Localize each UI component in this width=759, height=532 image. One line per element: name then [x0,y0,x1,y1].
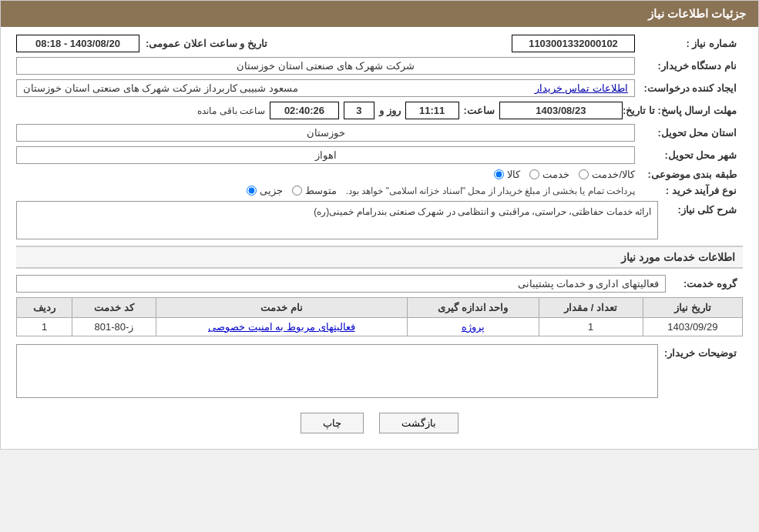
subject-kala-radio[interactable] [494,169,504,179]
service-group-row: گروه خدمت: فعالیتهای اداری و خدمات پشتیب… [16,275,743,293]
buyer-name-label: نام دستگاه خریدار: [635,60,743,72]
purchase-jozyi-radio[interactable] [247,186,257,196]
response-time-label: ساعت: [464,105,495,116]
purchase-type-note: پرداخت تمام یا بخشی از مبلغ خریدار از مح… [346,186,635,196]
buyer-notes-container [16,344,658,400]
creator-value: مسعود شبیبی کاربرداز شرکت شهرک های صنعتی… [23,82,298,94]
creator-contact-link[interactable]: اطلاعات تماس خریدار [535,82,628,94]
response-deadline-row: مهلت ارسال پاسخ: تا تاریخ: 1403/08/23 سا… [16,102,743,119]
cell-unit: پروژه [408,318,539,336]
response-deadline-container: 1403/08/23 ساعت: 11:11 روز و 3 02:40:26 … [197,102,623,119]
announce-date-label: تاریخ و ساعت اعلان عمومی: [139,38,274,49]
creator-container: اطلاعات تماس خریدار مسعود شبیبی کاربرداز… [16,79,635,97]
col-unit: واحد اندازه گیری [408,298,539,318]
need-desc-label: شرح کلی نیاز: [658,201,743,216]
purchase-motavasset-radio[interactable] [292,186,302,196]
page-header: جزئیات اطلاعات نیاز [1,1,758,27]
city-value: اهواز [16,146,635,164]
col-service-code: کد خدمت [72,298,156,318]
purchase-type-label: نوع فرآیند خرید : [635,185,743,196]
remaining-time-value: 02:40:26 [270,102,339,119]
need-number-row: شماره نیاز : 1103001332000102 تاریخ و سا… [16,35,743,52]
table-row: 1403/09/29 1 پروژه فعالیتهای مربوط به ام… [17,318,743,336]
city-row: شهر محل تحویل: اهواز [16,146,743,164]
purchase-type-row: نوع فرآیند خرید : پرداخت تمام یا بخشی از… [16,185,743,196]
remaining-time-label: ساعت باقی مانده [197,105,265,116]
cell-row-num: 1 [17,318,72,336]
purchase-jozyi-label: جزیی [260,185,283,196]
subject-kala-khedmat-radio[interactable] [579,169,589,179]
creator-label: ایجاد کننده درخواست: [635,82,743,94]
response-time-value: 11:11 [405,102,459,119]
response-date-value: 1403/08/23 [499,102,623,119]
creator-row: ایجاد کننده درخواست: اطلاعات تماس خریدار… [16,79,743,97]
subject-label: طبقه بندی موضوعی: [635,169,743,180]
service-group-value: فعالیتهای اداری و خدمات پشتیبانی [16,275,666,293]
service-group-label: گروه خدمت: [666,278,743,289]
response-days-value: 3 [344,102,374,119]
col-date: تاریخ نیاز [643,298,742,318]
announce-date-value: 1403/08/20 - 08:18 [16,35,139,52]
cell-date: 1403/09/29 [643,318,742,336]
response-day-label: روز و [379,105,401,116]
subject-kala-option[interactable]: کالا [494,169,520,180]
buyer-name-row: نام دستگاه خریدار: شرکت شهرک های صنعتی ا… [16,57,743,75]
province-label: استان محل تحویل: [635,127,743,139]
purchase-type-radio-group: پرداخت تمام یا بخشی از مبلغ خریدار از مح… [247,185,635,196]
cell-unit-link[interactable]: پروژه [462,321,485,333]
need-number-value: 1103001332000102 [512,35,635,52]
col-service-name: نام خدمت [156,298,408,318]
buyer-notes-input[interactable] [16,344,658,398]
cell-service-name-link[interactable]: فعالیتهای مربوط به امنیت خصوصی [208,321,354,333]
province-value: خوزستان [16,124,635,142]
response-deadline-label: مهلت ارسال پاسخ: تا تاریخ: [623,105,743,116]
col-row-num: ردیف [17,298,72,318]
purchase-motavasset-option[interactable]: متوسط [292,185,337,196]
back-button[interactable]: بازگشت [379,413,458,433]
purchase-jozyi-option[interactable]: جزیی [247,185,283,196]
subject-kala-khedmat-label: کالا/خدمت [592,169,635,180]
col-quantity: تعداد / مقدار [539,298,643,318]
buyer-notes-label: توضیحات خریدار: [658,344,743,359]
buttons-row: بازگشت چاپ [16,413,743,433]
need-number-label: شماره نیاز : [635,38,743,49]
subject-row: طبقه بندی موضوعی: کالا/خدمت خدمت کالا [16,169,743,180]
buyer-notes-row: توضیحات خریدار: [16,344,743,400]
province-row: استان محل تحویل: خوزستان [16,124,743,142]
city-label: شهر محل تحویل: [635,149,743,161]
services-section-title: اطلاعات خدمات مورد نیاز [16,246,743,269]
print-button[interactable]: چاپ [301,413,364,433]
subject-kala-khedmat-option[interactable]: کالا/خدمت [579,169,635,180]
subject-khedmat-radio[interactable] [529,169,539,179]
subject-kala-label: کالا [507,169,520,180]
need-desc-row: شرح کلی نیاز: ارائه خدمات حفاظتی، حراستی… [16,201,743,239]
services-table: تاریخ نیاز تعداد / مقدار واحد اندازه گیر… [16,297,743,336]
subject-radio-group: کالا/خدمت خدمت کالا [494,169,635,180]
subject-khedmat-label: خدمت [542,169,569,180]
cell-service-name: فعالیتهای مربوط به امنیت خصوصی [156,318,408,336]
subject-khedmat-option[interactable]: خدمت [529,169,569,180]
need-desc-value: ارائه خدمات حفاظتی، حراستی، مراقبتی و ان… [16,201,658,239]
table-header-row: تاریخ نیاز تعداد / مقدار واحد اندازه گیر… [17,298,743,318]
purchase-motavasset-label: متوسط [305,185,337,196]
cell-service-code: ز-80-801 [72,318,156,336]
buyer-name-value: شرکت شهرک های صنعتی استان خوزستان [16,57,635,75]
page-title: جزئیات اطلاعات نیاز [648,7,746,20]
cell-quantity: 1 [539,318,643,336]
